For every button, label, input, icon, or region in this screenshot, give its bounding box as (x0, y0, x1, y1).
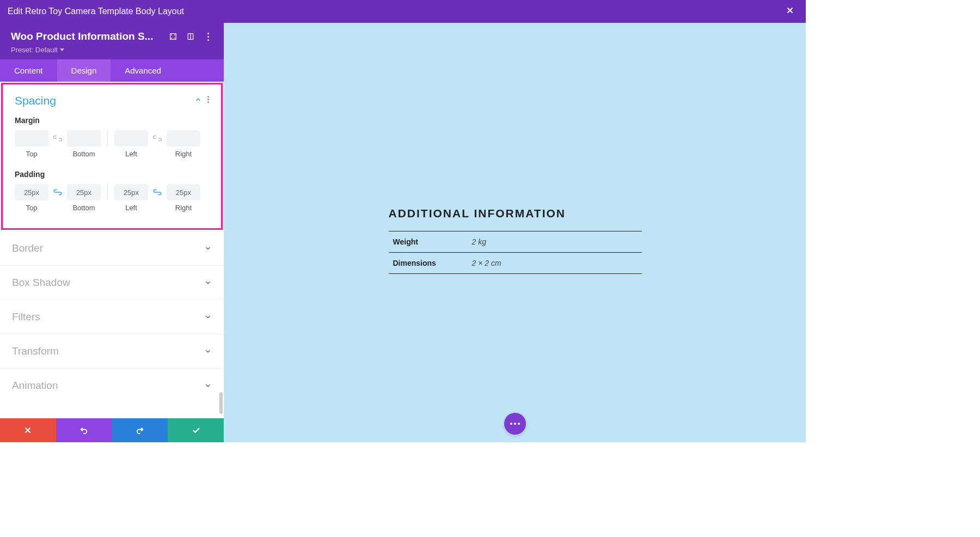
chevron-down-icon (204, 347, 212, 355)
section-title: Border (12, 242, 204, 254)
module-title: Woo Product Information S... (11, 30, 161, 42)
divider (107, 130, 108, 147)
section-title: Box Shadow (12, 277, 204, 289)
more-horizontal-icon (510, 423, 520, 425)
settings-tabs: Content Design Advanced (0, 59, 224, 82)
margin-left-input[interactable] (114, 130, 148, 147)
spacing-section: Spacing Margin (1, 83, 223, 230)
bottom-actions (0, 418, 224, 442)
scrollbar-thumb[interactable] (219, 392, 223, 414)
section-box-shadow[interactable]: Box Shadow (0, 265, 224, 300)
section-title: Animation (12, 380, 204, 392)
margin-right-input[interactable] (167, 130, 200, 147)
more-icon[interactable] (203, 32, 213, 41)
table-row: Weight 2 kg (389, 231, 642, 253)
panel-scroll[interactable]: Spacing Margin (0, 82, 224, 418)
margin-top-input[interactable] (15, 130, 48, 147)
expand-icon[interactable] (168, 32, 178, 41)
info-heading: ADDITIONAL INFORMATION (389, 207, 642, 220)
padding-right-input[interactable] (167, 184, 200, 200)
divider (107, 184, 108, 200)
section-title: Filters (12, 311, 204, 323)
spacing-title[interactable]: Spacing (15, 94, 194, 107)
padding-top-input[interactable] (15, 184, 48, 200)
responsive-icon[interactable] (186, 32, 195, 41)
preset-label: Preset: Default (11, 46, 58, 54)
close-icon[interactable] (782, 4, 798, 19)
section-transform[interactable]: Transform (0, 334, 224, 368)
unlink-icon[interactable] (53, 133, 63, 143)
section-title: Transform (12, 345, 204, 357)
margin-label: Margin (15, 116, 209, 125)
tab-design[interactable]: Design (57, 59, 111, 82)
section-animation[interactable]: Animation (0, 368, 224, 402)
padding-bottom-input[interactable] (67, 184, 101, 200)
link-icon[interactable] (53, 187, 63, 197)
chevron-down-icon (204, 382, 212, 389)
tab-content[interactable]: Content (0, 59, 57, 82)
caret-down-icon (60, 48, 64, 51)
module-header: Woo Product Information S... Preset: Def… (0, 23, 224, 59)
section-more-icon[interactable] (207, 96, 209, 106)
titlebar: Edit Retro Toy Camera Template Body Layo… (0, 0, 806, 23)
label-bottom: Bottom (67, 204, 101, 212)
save-button[interactable] (168, 418, 224, 442)
label-left: Left (114, 150, 148, 158)
titlebar-title: Edit Retro Toy Camera Template Body Layo… (8, 7, 782, 16)
fab-button[interactable] (504, 413, 526, 435)
link-icon[interactable] (152, 187, 162, 197)
preview-module: ADDITIONAL INFORMATION Weight 2 kg Dimen… (389, 207, 642, 442)
tab-advanced[interactable]: Advanced (111, 59, 175, 82)
row-key: Dimensions (389, 253, 468, 274)
table-row: Dimensions 2 × 2 cm (389, 253, 642, 274)
section-filters[interactable]: Filters (0, 300, 224, 334)
label-right: Right (167, 204, 200, 212)
label-left: Left (114, 204, 148, 212)
unlink-icon[interactable] (152, 133, 162, 143)
row-value: 2 kg (468, 231, 642, 253)
chevron-down-icon (204, 313, 212, 321)
row-value: 2 × 2 cm (468, 253, 642, 274)
discard-button[interactable] (0, 418, 56, 442)
margin-bottom-input[interactable] (67, 130, 101, 147)
info-table: Weight 2 kg Dimensions 2 × 2 cm (389, 231, 642, 274)
chevron-down-icon (204, 279, 212, 286)
padding-label: Padding (15, 170, 209, 179)
row-key: Weight (389, 231, 468, 253)
label-bottom: Bottom (67, 150, 101, 158)
padding-left-input[interactable] (114, 184, 148, 200)
chevron-down-icon (204, 245, 212, 252)
settings-sidebar: Woo Product Information S... Preset: Def… (0, 23, 224, 442)
redo-button[interactable] (112, 418, 168, 442)
label-top: Top (15, 150, 48, 158)
collapse-icon[interactable] (194, 96, 202, 106)
preset-selector[interactable]: Preset: Default (11, 46, 213, 54)
label-top: Top (15, 204, 48, 212)
label-right: Right (167, 150, 200, 158)
undo-button[interactable] (56, 418, 112, 442)
preview-canvas[interactable]: ADDITIONAL INFORMATION Weight 2 kg Dimen… (224, 23, 806, 442)
section-border[interactable]: Border (0, 231, 224, 265)
